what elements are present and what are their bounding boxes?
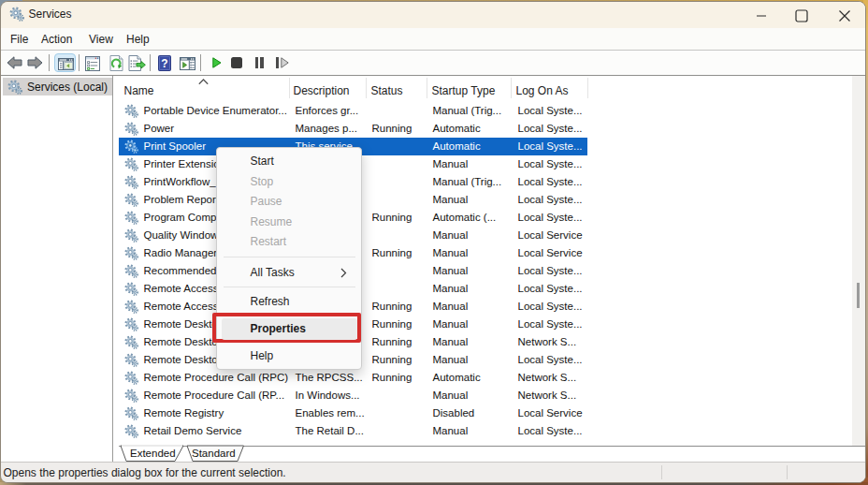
- svg-text:?: ?: [161, 57, 167, 70]
- svg-text:Standard: Standard: [192, 448, 236, 459]
- svg-text:Extended: Extended: [130, 448, 176, 459]
